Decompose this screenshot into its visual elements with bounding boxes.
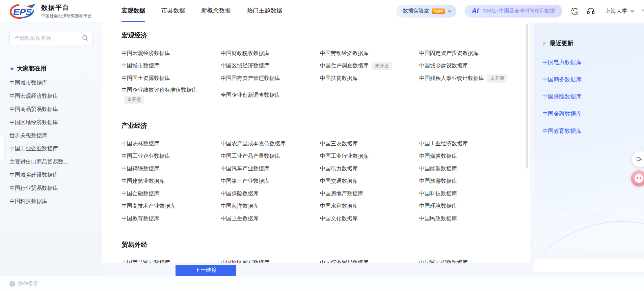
database-link[interactable]: 中国财政税收数据库: [221, 50, 269, 57]
database-link[interactable]: 中国能源数据库: [419, 165, 457, 172]
recent-update-link[interactable]: 中国商务数据库: [542, 76, 582, 82]
database-link-item: 中国海洋数据库: [221, 203, 320, 210]
recent-updates-list: 中国电力数据库 中国商务数据库 中国保险数据库 中国金融数据库 中国教育数据库: [542, 59, 644, 135]
data-lab-button[interactable]: 数据实验室 NEW: [396, 5, 456, 18]
database-link[interactable]: 中国住户调查数据库: [320, 62, 369, 69]
sidebar-database-link[interactable]: 中国工业企业数据库: [9, 142, 92, 155]
sidebar-database-link[interactable]: 中国区域经济数据库: [9, 116, 92, 129]
sidebar-collapse-handle[interactable]: [0, 136, 4, 161]
database-link-item: 中国旅游数据库: [419, 178, 518, 185]
database-link[interactable]: 中国地区贸易数据库: [221, 259, 269, 263]
database-link[interactable]: 中国工业行业数据库: [320, 153, 369, 160]
database-link[interactable]: 中国国土资源数据库: [122, 75, 170, 82]
database-link[interactable]: 中国贸易指数数据库: [419, 259, 468, 263]
database-link[interactable]: 中国国有资产管理数据库: [221, 75, 280, 82]
database-link[interactable]: 中国文化数据库: [320, 215, 358, 222]
database-link[interactable]: 中国交通数据库: [320, 178, 358, 185]
database-link[interactable]: 中国钢铁数据库: [122, 165, 159, 172]
database-link[interactable]: 中国城乡建设数据库: [419, 62, 468, 69]
database-link[interactable]: 中国房地产数据库: [320, 190, 363, 197]
recent-update-link[interactable]: 中国金融数据库: [542, 111, 582, 117]
database-link[interactable]: 中国工业经济数据库: [419, 140, 468, 147]
database-link-item: 中国第三产业数据库: [221, 178, 320, 185]
sidebar-database-link[interactable]: 中国科技数据库: [9, 195, 92, 208]
database-link[interactable]: 中国企业绩效评价标准值数据库: [122, 87, 197, 94]
recent-update-item: 中国电力数据库: [542, 59, 644, 66]
sidebar-database-link[interactable]: 主要进出口商品贸易数...: [9, 155, 92, 169]
sidebar-database-link[interactable]: 中国城乡建设数据库: [9, 169, 92, 182]
database-link[interactable]: 中国工业产品产量数据库: [221, 153, 280, 160]
database-link-item: 中国残疾人事业统计数据库 未开通: [419, 75, 518, 83]
nav-tab[interactable]: 热门主题数据: [247, 0, 283, 22]
database-link[interactable]: 中国城市数据库: [122, 62, 159, 69]
database-link[interactable]: 中国三农数据库: [320, 140, 358, 147]
database-link[interactable]: 中国汽车产业数据库: [221, 165, 269, 172]
database-link[interactable]: 中国卫生数据库: [221, 215, 259, 222]
clipped-menu-item[interactable]: 个: [642, 7, 644, 15]
database-link[interactable]: 中国区域经济数据库: [221, 62, 269, 69]
search-input[interactable]: [9, 31, 92, 45]
database-link[interactable]: 中国工业企业数据库: [122, 153, 170, 160]
database-link[interactable]: 中国宏观经济数据库: [122, 50, 170, 57]
database-link[interactable]: 中国扶贫数据库: [320, 75, 358, 82]
database-link[interactable]: 中国农产品成本收益数据库: [221, 140, 286, 147]
language-switch-icon[interactable]: A 文: [570, 7, 579, 15]
database-link[interactable]: 中国水利数据库: [320, 203, 358, 210]
database-link[interactable]: 中国第三产业数据库: [221, 178, 269, 185]
database-link[interactable]: 中国劳动经济数据库: [320, 50, 369, 57]
database-link-item: 中国电力数据库: [320, 165, 419, 172]
next-dimension-button[interactable]: 下一维度: [176, 265, 236, 276]
database-link[interactable]: 中国商品贸易数据库: [122, 259, 170, 263]
new-badge: NEW: [432, 8, 445, 14]
sidebar-database-link[interactable]: 世界关税数据库: [9, 129, 92, 142]
platform-title: 数据平台: [41, 3, 92, 12]
database-link-item: 中国城乡建设数据库: [419, 62, 518, 69]
database-link[interactable]: 中国旅游数据库: [419, 178, 457, 185]
database-link[interactable]: 中国科技数据库: [419, 190, 457, 197]
database-link[interactable]: 中国建筑业数据库: [122, 178, 165, 185]
database-link[interactable]: 全国企业创新调查数据库: [221, 92, 280, 99]
database-link[interactable]: 中国海洋数据库: [221, 203, 259, 210]
database-link[interactable]: 中国煤炭数据库: [419, 153, 457, 160]
database-link-item: 中国固定资产投资数据库: [419, 50, 518, 57]
search-icon[interactable]: [82, 35, 88, 41]
database-link[interactable]: 中国金融数据库: [122, 190, 159, 197]
not-activated-badge: 未开通: [124, 96, 144, 104]
database-link-item: 中国农产品成本收益数据库: [221, 140, 320, 147]
database-link[interactable]: 中国行业贸易数据库: [320, 259, 369, 263]
recent-update-link[interactable]: 中国教育数据库: [542, 128, 582, 134]
database-link[interactable]: 中国民政数据库: [419, 215, 457, 222]
nav-tab[interactable]: 市县数据: [161, 0, 185, 22]
database-link-item: 中国住户调查数据库 未开通: [320, 62, 419, 70]
headset-support-icon[interactable]: [587, 7, 595, 15]
scrollbar-thumb[interactable]: [526, 24, 528, 169]
database-sidebar: ★ 大家都在用 中国城市数据库 中国宏观经济数据库 中国商品贸易数据库 中国区域…: [0, 22, 102, 291]
recent-update-item: 中国保险数据库: [542, 93, 644, 100]
database-link-item: 中国房地产数据库: [320, 190, 419, 197]
database-link[interactable]: 中国农林数据库: [122, 140, 159, 147]
database-link[interactable]: 中国环境数据库: [419, 203, 457, 210]
hint-label: 操作提示: [18, 281, 38, 287]
account-menu[interactable]: 上海大学: [605, 7, 635, 15]
sidebar-database-link[interactable]: 中国商品贸易数据库: [9, 103, 92, 116]
database-link[interactable]: 中国高技术产业数据库: [122, 203, 176, 210]
ai-data-button[interactable]: AI 300亿+中国及全球时间序列数据: [464, 5, 562, 18]
database-link[interactable]: 中国保险数据库: [221, 190, 259, 197]
nav-tab[interactable]: 新概念数据: [201, 0, 231, 22]
recent-update-link[interactable]: 中国电力数据库: [542, 59, 582, 65]
database-link-item: 中国国有资产管理数据库: [221, 75, 320, 82]
database-link[interactable]: 中国电力数据库: [320, 165, 358, 172]
nav-tab[interactable]: 宏观数据: [122, 0, 145, 22]
sidebar-database-link[interactable]: 中国宏观经济数据库: [9, 90, 92, 103]
database-link[interactable]: 中国教育数据库: [122, 215, 159, 222]
database-link-item: 中国工业企业数据库: [122, 153, 221, 160]
recent-update-link[interactable]: 中国保险数据库: [542, 93, 582, 99]
database-link[interactable]: 中国固定资产投资数据库: [419, 50, 479, 57]
sidebar-database-link[interactable]: 中国城市数据库: [9, 77, 92, 90]
database-search: [9, 31, 92, 45]
sidebar-database-link[interactable]: 中国行业贸易数据库: [9, 182, 92, 195]
logo[interactable]: EPS 数据平台 中国社会经济研究基础平台: [8, 2, 92, 20]
database-link[interactable]: 中国残疾人事业统计数据库: [419, 75, 484, 82]
database-link-item: 中国卫生数据库: [221, 215, 320, 222]
operation-hint[interactable]: ? 操作提示: [9, 281, 38, 287]
